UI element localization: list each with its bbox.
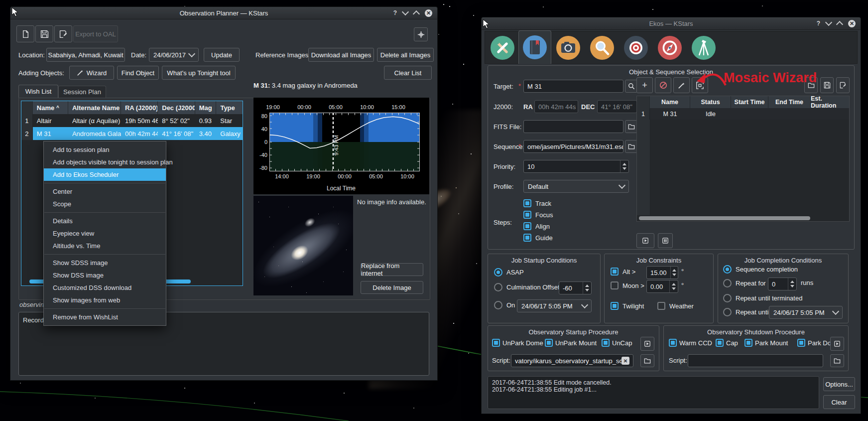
save-list-button[interactable] [35, 25, 53, 42]
help-button[interactable]: ? [817, 20, 820, 27]
menu-item-altitude-vs-time[interactable]: Altitude vs. Time [44, 240, 166, 252]
until-terminated-radio[interactable] [723, 294, 732, 302]
uncap-checkbox[interactable] [602, 339, 610, 347]
remove-job-button[interactable] [655, 77, 671, 93]
moon-spinbox[interactable]: 0.00 [646, 280, 678, 293]
new-list-button[interactable] [16, 25, 34, 42]
clear-log-button[interactable]: Clear [823, 395, 855, 409]
menu-item-remove-from-wishlist[interactable]: Remove from WishList [44, 311, 166, 323]
dec-value-field[interactable]: 41° 16' 08" [597, 100, 637, 113]
fits-file-input[interactable] [523, 120, 623, 133]
menu-item-center[interactable]: Center [44, 185, 166, 198]
twilight-checkbox[interactable] [611, 302, 619, 310]
whats-up-tonight-button[interactable]: What's up Tonight tool [162, 66, 236, 80]
sequence-file-input[interactable]: ome/jasem/Pictures/M31/m31.esq [523, 140, 623, 153]
weather-constraint[interactable]: Weather [657, 302, 694, 310]
alt-constraint[interactable]: Alt > [611, 268, 635, 276]
tab-scheduler-active[interactable] [518, 30, 551, 64]
step-guide[interactable]: Guide [523, 234, 553, 242]
tab-align[interactable] [620, 32, 652, 63]
on-date-option[interactable]: On [494, 301, 515, 309]
minimize-button[interactable] [402, 8, 409, 15]
queue-row[interactable]: 1 M 31 Idle [637, 108, 849, 120]
download-all-images-button[interactable]: Download all Images [308, 48, 374, 62]
tab-focus[interactable] [586, 32, 618, 63]
replace-from-internet-button[interactable]: Replace from internet [361, 263, 423, 276]
culmination-radio[interactable] [494, 283, 502, 291]
ekos-titlebar[interactable]: Ekos — KStars ? ✕ [482, 17, 861, 30]
queue-header-end[interactable]: End Time [768, 96, 811, 108]
queue-header-status[interactable]: Status [690, 96, 731, 108]
pause-scheduler-button[interactable] [658, 233, 673, 248]
close-button[interactable]: ✕ [848, 20, 856, 27]
warm-ccd-checkbox[interactable] [669, 339, 677, 347]
start-scheduler-button[interactable] [636, 233, 654, 248]
shutdown-script-input[interactable] [688, 354, 823, 367]
repeat-until-radio[interactable] [723, 308, 732, 316]
target-input[interactable]: M 31 [523, 80, 623, 93]
update-button[interactable]: Update [204, 48, 240, 62]
spin-down-icon[interactable] [622, 167, 626, 170]
run-startup-button[interactable] [640, 337, 654, 351]
cap-option[interactable]: Cap [716, 339, 738, 347]
scheduler-queue-table[interactable]: Name Status Start Time End Time Est. Dur… [636, 96, 850, 222]
tab-setup[interactable] [487, 32, 518, 63]
date-combobox[interactable]: 24/06/2017 [149, 48, 199, 62]
delete-image-button[interactable]: Delete Image [361, 281, 423, 294]
queue-horizontal-scrollbar[interactable] [639, 216, 810, 220]
table-row[interactable]: 1 Altair Altair (α Aquilae) 19h 50m 46s … [21, 114, 243, 127]
step-focus[interactable]: Focus [523, 211, 553, 219]
spin-arrows[interactable] [583, 282, 591, 294]
find-target-button[interactable] [625, 80, 637, 93]
on-radio[interactable] [494, 301, 502, 309]
track-checkbox[interactable] [523, 199, 531, 207]
add-job-button[interactable]: + [636, 77, 653, 93]
menu-item-details[interactable]: Details [44, 215, 166, 227]
startup-datetime-combobox[interactable]: 24/06/17 5:05 PM [517, 299, 592, 312]
guide-checkbox[interactable] [523, 234, 531, 242]
menu-item-scope[interactable]: Scope [44, 198, 166, 210]
menu-item-add-session-plan[interactable]: Add to session plan [44, 143, 166, 156]
asap-option[interactable]: ASAP [494, 268, 524, 277]
crosshair-settings-button[interactable] [414, 27, 428, 41]
table-row-selected[interactable]: 2 M 31 Andromeda Galaxy 00h 42m 44s 41° … [21, 127, 243, 140]
tab-wish-list[interactable]: Wish List [18, 85, 58, 98]
queue-header-name[interactable]: Name [650, 96, 690, 108]
menu-item-eyepiece-view[interactable]: Eyepiece view [44, 227, 166, 240]
park-dome-checkbox[interactable] [797, 339, 805, 347]
wizard-button[interactable]: Wizard [69, 66, 114, 80]
focus-checkbox[interactable] [523, 211, 531, 219]
maximize-button[interactable] [413, 10, 420, 17]
profile-combobox[interactable]: Default [523, 180, 629, 193]
shutdown-script-browse-button[interactable] [830, 354, 844, 367]
queue-header-start[interactable]: Start Time [731, 96, 768, 108]
tab-mount[interactable] [688, 32, 720, 63]
run-shutdown-button[interactable] [830, 337, 844, 351]
delete-all-images-button[interactable]: Delete all Images [377, 48, 434, 62]
unpark-mount-checkbox[interactable] [545, 339, 553, 347]
menu-item-show-images-web[interactable]: Show images from web [44, 294, 166, 306]
alt-spinbox[interactable]: 15.00 [646, 266, 678, 279]
park-mount-option[interactable]: Park Mount [744, 339, 788, 347]
save-list-as-button[interactable] [54, 25, 72, 42]
uncap-option[interactable]: UnCap [602, 339, 632, 347]
fits-browse-button[interactable] [625, 120, 637, 133]
save-queue-button[interactable] [820, 77, 834, 93]
find-object-button[interactable]: Find Object [117, 66, 159, 80]
spin-arrows[interactable] [620, 160, 628, 172]
sequence-browse-button[interactable] [625, 140, 637, 153]
maximize-button[interactable] [836, 21, 843, 28]
ra-value-field[interactable]: 00h 42m 44s [534, 100, 578, 113]
tab-capture[interactable] [552, 32, 584, 63]
culmination-option[interactable]: Culmination Offset [494, 283, 560, 291]
export-oal-button[interactable]: Export to OAL [73, 25, 118, 42]
menu-item-show-dss[interactable]: Show DSS image [44, 269, 166, 281]
repeat-until-option[interactable]: Repeat until [723, 308, 770, 316]
startup-script-browse-button[interactable] [640, 354, 654, 367]
spin-up-icon[interactable] [622, 163, 626, 165]
culmination-offset-spinbox[interactable]: -60 [559, 281, 592, 294]
alt-checkbox[interactable] [611, 268, 619, 276]
priority-spinbox[interactable]: 10 [523, 160, 629, 173]
tab-guide[interactable] [654, 32, 686, 63]
warm-ccd-option[interactable]: Warm CCD [669, 339, 712, 347]
